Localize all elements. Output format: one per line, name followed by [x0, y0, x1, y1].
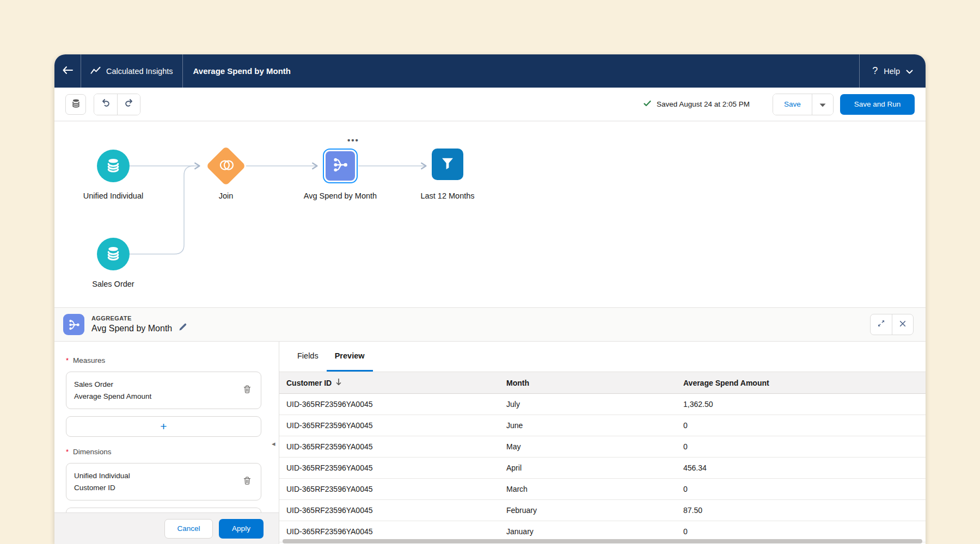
table-row[interactable]: UID-365RF23596YA0045 May 0 [279, 436, 926, 458]
collapse-panel-arrow[interactable]: ◂ [272, 440, 275, 448]
dimension-entity: Unified Individual [74, 470, 241, 482]
table-row[interactable]: UID-365RF23596YA0045 February 87.50 [279, 500, 926, 521]
edit-pencil-icon[interactable] [178, 323, 187, 334]
cell-month: March [506, 485, 683, 493]
node-menu-button[interactable]: ••• [347, 135, 359, 145]
success-check-icon [643, 99, 652, 109]
insight-builder-canvas[interactable]: Unified Individual Sales Order Join [54, 121, 926, 307]
breadcrumb-calculated-insights[interactable]: Calculated Insights [81, 54, 182, 88]
panel-tabs: Fields Preview [279, 342, 926, 372]
save-button[interactable]: Save [773, 94, 812, 115]
measure-item-card[interactable]: Sales Order Average Spend Amount [66, 372, 261, 409]
node-sales-order[interactable] [97, 238, 130, 270]
panel-title: Avg Spend by Month [91, 324, 172, 333]
dimensions-section-label: * Dimensions [66, 448, 279, 456]
dropdown-caret-icon [819, 100, 826, 109]
table-row[interactable]: UID-365RF23596YA0045 April 456.34 [279, 458, 926, 479]
cell-month: June [506, 421, 683, 430]
cell-month: May [506, 442, 683, 451]
cell-month: April [506, 463, 683, 472]
close-panel-button[interactable] [892, 314, 913, 335]
tab-fields[interactable]: Fields [289, 342, 327, 372]
horizontal-scrollbar[interactable] [283, 539, 922, 543]
measure-entity: Sales Order [74, 379, 241, 391]
table-row[interactable]: UID-365RF23596YA0045 July 1,362.50 [279, 394, 926, 415]
node-avg-spend-by-month[interactable] [323, 149, 358, 183]
undo-icon [101, 98, 111, 110]
aggregate-node-icon [63, 314, 84, 335]
cell-month: January [506, 527, 683, 536]
preview-table-header: Customer ID Month Average Spend Amount [279, 372, 926, 394]
measures-section-label: * Measures [66, 356, 279, 364]
expand-icon [877, 319, 885, 330]
close-icon [899, 320, 906, 330]
filter-funnel-icon [439, 154, 456, 174]
calculated-insights-icon [90, 66, 101, 76]
node-unified-individual[interactable] [97, 150, 130, 182]
cell-month: July [506, 400, 683, 409]
cell-amount: 0 [683, 485, 926, 493]
redo-icon [124, 98, 134, 110]
cell-amount: 0 [683, 527, 926, 536]
save-and-run-button[interactable]: Save and Run [840, 94, 915, 115]
panel-window-controls [870, 314, 914, 335]
back-arrow-icon [62, 66, 73, 77]
sort-descending-icon[interactable] [335, 378, 342, 387]
dimension-item-card[interactable]: Unified Individual Customer ID [66, 463, 261, 500]
trash-icon [243, 385, 252, 396]
required-asterisk: * [66, 448, 69, 456]
help-menu[interactable]: ? Help [860, 54, 926, 88]
expand-panel-button[interactable] [871, 314, 892, 335]
breadcrumb-label: Calculated Insights [106, 67, 173, 76]
cell-amount: 456.34 [683, 463, 926, 472]
delete-dimension-button[interactable] [241, 476, 253, 488]
top-navigation-bar: Calculated Insights Average Spend by Mon… [54, 54, 926, 88]
cell-month: February [506, 506, 683, 515]
panel-footer: Cancel Apply [54, 512, 279, 544]
table-row[interactable]: UID-365RF23596YA0045 March 0 [279, 479, 926, 500]
column-header-customer-id[interactable]: Customer ID [286, 379, 332, 387]
cell-amount: 87.50 [683, 506, 926, 515]
undo-button[interactable] [94, 94, 117, 115]
cell-customer-id: UID-365RF23596YA0045 [279, 421, 506, 430]
database-icon [71, 98, 81, 110]
back-button[interactable] [54, 54, 81, 88]
node-label-sales-order: Sales Order [54, 280, 173, 288]
delete-measure-button[interactable] [241, 385, 253, 397]
cell-customer-id: UID-365RF23596YA0045 [279, 463, 506, 472]
data-stream-icon [105, 157, 121, 175]
tab-preview[interactable]: Preview [327, 342, 373, 372]
node-connectors [54, 121, 926, 307]
help-label: Help [884, 67, 900, 76]
column-header-month[interactable]: Month [506, 379, 683, 387]
node-label-join: Join [166, 191, 286, 200]
cell-customer-id: UID-365RF23596YA0045 [279, 527, 506, 536]
table-row[interactable]: UID-365RF23596YA0045 June 0 [279, 415, 926, 436]
chevron-down-icon [906, 67, 913, 76]
save-dropdown-button[interactable] [812, 94, 833, 115]
node-label-last-12-months: Last 12 Months [388, 191, 507, 200]
required-asterisk: * [66, 356, 69, 364]
cell-customer-id: UID-365RF23596YA0045 [279, 485, 506, 493]
redo-button[interactable] [117, 94, 140, 115]
add-measure-button[interactable]: + [66, 416, 261, 437]
node-label-avg-spend-by-month: Avg Spend by Month [280, 191, 400, 200]
data-objects-button[interactable] [65, 94, 86, 115]
page-title: Average Spend by Month [183, 54, 301, 88]
cell-amount: 0 [683, 442, 926, 451]
cell-customer-id: UID-365RF23596YA0045 [279, 442, 506, 451]
data-stream-icon [105, 245, 121, 263]
preview-column: Fields Preview Customer ID Month Average… [279, 342, 926, 544]
apply-button[interactable]: Apply [219, 519, 264, 539]
cell-amount: 0 [683, 421, 926, 430]
editor-toolbar: Saved August 24 at 2:05 PM Save Save and… [54, 88, 926, 121]
help-question-icon: ? [872, 65, 878, 77]
panel-type-label: AGGREGATE [91, 315, 187, 322]
cancel-button[interactable]: Cancel [164, 519, 213, 539]
join-venn-icon [214, 154, 238, 178]
cell-customer-id: UID-365RF23596YA0045 [279, 400, 506, 409]
plus-icon: + [160, 420, 167, 433]
node-last-12-months[interactable] [432, 149, 463, 180]
cell-customer-id: UID-365RF23596YA0045 [279, 506, 506, 515]
column-header-average-spend-amount[interactable]: Average Spend Amount [683, 379, 926, 387]
